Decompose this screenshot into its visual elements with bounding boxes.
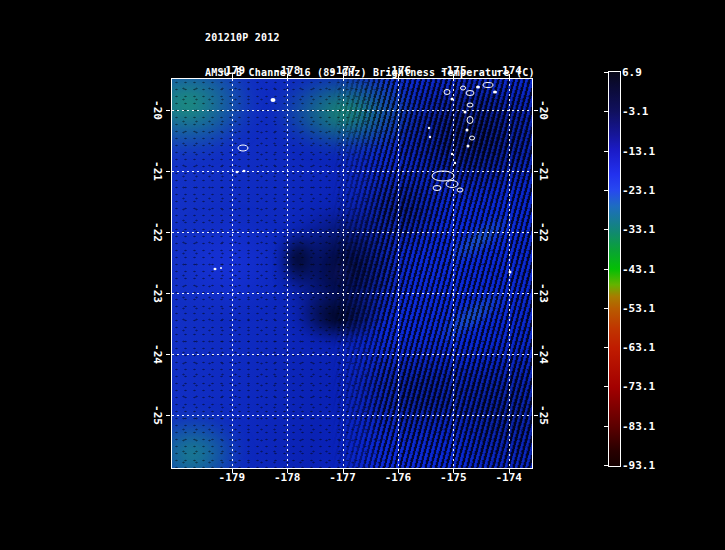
lat-label-right: -20 — [537, 100, 550, 120]
colorbar-tick-label: 6.9 — [622, 66, 642, 79]
colorbar-tick-label: -43.1 — [622, 262, 655, 275]
lat-label-left: -21 — [151, 161, 164, 181]
lat-label-right: -24 — [537, 344, 550, 364]
colorbar — [608, 71, 621, 467]
island-outline — [466, 91, 474, 96]
lon-label-bottom: -175 — [440, 471, 467, 484]
tick-left — [166, 293, 170, 294]
tick-left — [166, 110, 170, 111]
colorbar-tick-label: -33.1 — [622, 223, 655, 236]
colorbar-tick-label: -83.1 — [622, 419, 655, 432]
map-plot-area — [171, 78, 533, 469]
lat-label-left: -22 — [151, 222, 164, 242]
island-outline — [467, 145, 470, 148]
lat-label-left: -24 — [151, 344, 164, 364]
colorbar-tick — [604, 347, 608, 348]
colorbar-tick-label: -53.1 — [622, 301, 655, 314]
figure-canvas: 201210P 2012 AMSU-B Channel 16 (89 GHz) … — [0, 0, 725, 550]
island-outline — [509, 271, 512, 274]
island-outline — [271, 98, 276, 102]
lon-label-bottom: -176 — [385, 471, 412, 484]
colorbar-tick-label: -63.1 — [622, 341, 655, 354]
island-outline — [446, 181, 458, 188]
tick-left — [166, 354, 170, 355]
island-outline — [454, 162, 456, 164]
lon-label-top: -175 — [440, 64, 467, 77]
island-outline — [466, 129, 469, 132]
colorbar-tick-label: -73.1 — [622, 380, 655, 393]
lon-label-top: -174 — [495, 64, 522, 77]
lat-label-right: -21 — [537, 161, 550, 181]
tick-left — [166, 232, 170, 233]
island-outline — [493, 91, 497, 94]
island-outline — [220, 267, 222, 269]
colorbar-tick — [604, 190, 608, 191]
colorbar-tick — [604, 465, 608, 466]
lon-label-bottom: -178 — [274, 471, 301, 484]
island-outline — [238, 145, 248, 151]
island-outline — [467, 103, 473, 107]
colorbar-tick-label: -3.1 — [622, 105, 649, 118]
island-outline — [470, 136, 475, 140]
colorbar-tick — [604, 151, 608, 152]
island-outline — [451, 98, 454, 101]
island-outlines — [172, 79, 532, 468]
colorbar-tick-label: -23.1 — [622, 183, 655, 196]
title-storm-id: 201210P 2012 — [205, 32, 535, 44]
lon-label-top: -179 — [219, 64, 246, 77]
lon-label-bottom: -174 — [495, 471, 522, 484]
island-outline — [432, 171, 454, 181]
colorbar-tick — [604, 308, 608, 309]
island-outline — [429, 136, 431, 138]
island-outline — [243, 170, 246, 172]
tick-left — [166, 171, 170, 172]
lat-label-left: -20 — [151, 100, 164, 120]
lon-label-top: -178 — [274, 64, 301, 77]
lat-label-right: -23 — [537, 283, 550, 303]
lat-label-right: -22 — [537, 222, 550, 242]
island-outline — [428, 127, 430, 129]
lat-label-left: -23 — [151, 283, 164, 303]
lon-label-bottom: -179 — [219, 471, 246, 484]
colorbar-tick — [604, 72, 608, 73]
colorbar-tick-label: -93.1 — [622, 459, 655, 472]
island-outline — [461, 86, 466, 90]
island-outline — [464, 111, 467, 114]
lon-label-top: -176 — [385, 64, 412, 77]
lat-label-right: -25 — [537, 405, 550, 425]
island-outline — [476, 86, 480, 89]
lat-label-left: -25 — [151, 405, 164, 425]
island-outline — [457, 188, 463, 192]
island-outline — [236, 171, 239, 173]
lon-label-top: -177 — [329, 64, 356, 77]
island-outline — [467, 117, 473, 124]
title-product: AMSU-B Channel 16 (89 GHz) Brightness Te… — [205, 67, 535, 79]
colorbar-tick — [604, 229, 608, 230]
island-outline — [433, 186, 441, 191]
colorbar-tick — [604, 269, 608, 270]
colorbar-tick-label: -13.1 — [622, 144, 655, 157]
lon-label-bottom: -177 — [329, 471, 356, 484]
colorbar-tick — [604, 426, 608, 427]
tick-left — [166, 415, 170, 416]
colorbar-tick — [604, 111, 608, 112]
island-outline — [483, 83, 493, 88]
island-outline — [214, 268, 217, 270]
island-outline — [451, 153, 453, 155]
island-outline — [444, 90, 450, 95]
colorbar-tick — [604, 386, 608, 387]
